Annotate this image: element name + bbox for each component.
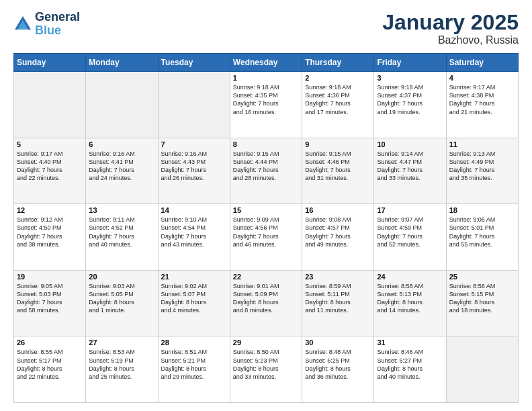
day-cell: 24Sunrise: 8:58 AMSunset: 5:13 PMDayligh…	[374, 270, 446, 336]
day-number: 9	[305, 140, 371, 148]
day-info: and 22 minutes.	[17, 373, 83, 381]
day-cell	[14, 72, 86, 138]
day-info: Sunset: 4:57 PM	[305, 224, 371, 232]
day-info: Daylight: 8 hours	[17, 365, 83, 373]
day-info: Daylight: 7 hours	[233, 166, 299, 174]
day-info: Daylight: 8 hours	[377, 365, 443, 373]
header: General Blue January 2025 Bazhovo, Russi…	[13, 11, 519, 46]
day-info: Sunrise: 9:11 AM	[89, 216, 154, 224]
day-info: Sunset: 4:44 PM	[233, 158, 299, 166]
day-info: Daylight: 7 hours	[233, 232, 299, 240]
day-info: and 43 minutes.	[161, 240, 227, 248]
day-cell: 25Sunrise: 8:56 AMSunset: 5:15 PMDayligh…	[446, 270, 518, 336]
day-info: Sunrise: 9:07 AM	[377, 216, 443, 224]
day-info: Sunset: 5:03 PM	[17, 290, 83, 298]
day-info: Sunset: 5:23 PM	[233, 357, 299, 365]
day-info: Daylight: 7 hours	[17, 298, 83, 306]
day-info: and 31 minutes.	[305, 174, 371, 182]
day-cell: 28Sunrise: 8:51 AMSunset: 5:21 PMDayligh…	[158, 336, 230, 403]
day-number: 31	[377, 338, 443, 347]
day-number: 30	[305, 338, 371, 347]
day-info: Sunset: 5:19 PM	[89, 357, 154, 365]
day-cell: 12Sunrise: 9:12 AMSunset: 4:50 PMDayligh…	[14, 204, 86, 271]
day-info: Daylight: 7 hours	[377, 232, 443, 240]
day-cell: 11Sunrise: 9:13 AMSunset: 4:49 PMDayligh…	[446, 138, 518, 204]
day-info: and 40 minutes.	[377, 373, 443, 381]
day-info: and 46 minutes.	[233, 240, 299, 248]
day-cell: 23Sunrise: 8:59 AMSunset: 5:11 PMDayligh…	[302, 270, 374, 336]
day-info: Daylight: 8 hours	[305, 298, 371, 306]
week-row-2: 5Sunrise: 9:17 AMSunset: 4:40 PMDaylight…	[14, 138, 519, 204]
day-info: and 16 minutes.	[233, 108, 299, 116]
day-info: Sunset: 5:01 PM	[449, 224, 515, 232]
day-info: Sunset: 5:13 PM	[377, 290, 443, 298]
day-info: Sunrise: 9:18 AM	[377, 83, 443, 91]
day-info: Sunrise: 9:17 AM	[449, 83, 515, 91]
day-number: 1	[233, 74, 299, 82]
day-number: 19	[17, 273, 83, 281]
day-info: and 55 minutes.	[449, 240, 515, 248]
day-number: 12	[17, 206, 83, 214]
day-cell: 13Sunrise: 9:11 AMSunset: 4:52 PMDayligh…	[86, 204, 158, 271]
day-info: Sunrise: 9:15 AM	[305, 150, 371, 158]
day-number: 27	[89, 338, 154, 347]
day-info: Sunrise: 9:06 AM	[449, 216, 515, 224]
day-info: Daylight: 8 hours	[233, 365, 299, 373]
day-info: Sunrise: 9:05 AM	[17, 282, 83, 290]
day-info: Daylight: 8 hours	[161, 298, 227, 306]
day-info: and 49 minutes.	[305, 240, 371, 248]
day-info: Daylight: 8 hours	[161, 365, 227, 373]
day-number: 22	[233, 273, 299, 281]
day-info: Daylight: 7 hours	[449, 99, 515, 107]
weekday-monday: Monday	[86, 54, 158, 72]
day-info: and 58 minutes.	[17, 306, 83, 314]
day-info: Sunrise: 9:09 AM	[233, 216, 299, 224]
day-info: Sunset: 5:05 PM	[89, 290, 154, 298]
day-info: and 19 minutes.	[377, 108, 443, 116]
day-number: 8	[233, 140, 299, 148]
title-block: January 2025 Bazhovo, Russia	[382, 11, 519, 46]
day-info: and 36 minutes.	[305, 373, 371, 381]
day-info: Daylight: 7 hours	[161, 232, 227, 240]
day-info: and 33 minutes.	[233, 373, 299, 381]
day-info: and 35 minutes.	[449, 174, 515, 182]
day-info: and 28 minutes.	[233, 174, 299, 182]
day-cell	[158, 72, 230, 138]
month-title: January 2025	[382, 11, 519, 34]
day-info: and 4 minutes.	[161, 306, 227, 314]
day-info: Sunset: 4:59 PM	[377, 224, 443, 232]
day-info: Sunset: 4:35 PM	[233, 91, 299, 99]
day-info: Sunrise: 8:48 AM	[305, 348, 371, 356]
day-info: Daylight: 8 hours	[377, 298, 443, 306]
location: Bazhovo, Russia	[382, 34, 519, 46]
day-info: Daylight: 7 hours	[449, 166, 515, 174]
logo-text: General Blue	[35, 11, 80, 38]
logo-line1: General	[35, 11, 80, 24]
day-cell: 3Sunrise: 9:18 AMSunset: 4:37 PMDaylight…	[374, 72, 446, 138]
day-number: 24	[377, 273, 443, 281]
day-info: Daylight: 7 hours	[449, 232, 515, 240]
day-cell: 19Sunrise: 9:05 AMSunset: 5:03 PMDayligh…	[14, 270, 86, 336]
day-info: and 24 minutes.	[89, 174, 154, 182]
day-number: 13	[89, 206, 154, 214]
day-info: Daylight: 7 hours	[305, 166, 371, 174]
day-cell: 29Sunrise: 8:50 AMSunset: 5:23 PMDayligh…	[230, 336, 302, 403]
day-cell: 31Sunrise: 8:46 AMSunset: 5:27 PMDayligh…	[374, 336, 446, 403]
day-cell	[446, 336, 518, 403]
day-info: Sunrise: 9:18 AM	[305, 83, 371, 91]
weekday-saturday: Saturday	[446, 54, 518, 72]
weekday-tuesday: Tuesday	[158, 54, 230, 72]
day-number: 25	[449, 273, 515, 281]
day-info: Sunrise: 8:51 AM	[161, 348, 227, 356]
day-number: 28	[161, 338, 227, 347]
day-cell: 10Sunrise: 9:14 AMSunset: 4:47 PMDayligh…	[374, 138, 446, 204]
day-cell: 15Sunrise: 9:09 AMSunset: 4:56 PMDayligh…	[230, 204, 302, 271]
day-info: Daylight: 7 hours	[17, 166, 83, 174]
day-cell: 21Sunrise: 9:02 AMSunset: 5:07 PMDayligh…	[158, 270, 230, 336]
day-cell: 9Sunrise: 9:15 AMSunset: 4:46 PMDaylight…	[302, 138, 374, 204]
weekday-thursday: Thursday	[302, 54, 374, 72]
day-info: Sunset: 4:50 PM	[17, 224, 83, 232]
day-info: and 40 minutes.	[89, 240, 154, 248]
day-info: Sunset: 5:25 PM	[305, 357, 371, 365]
day-info: Sunrise: 9:10 AM	[161, 216, 227, 224]
